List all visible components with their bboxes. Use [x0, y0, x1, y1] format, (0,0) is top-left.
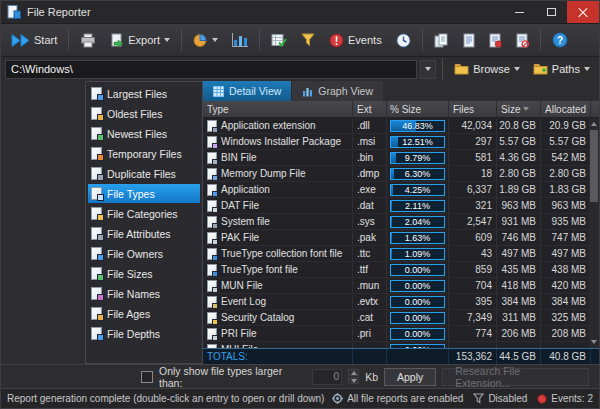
report-settings-button[interactable]: [265, 26, 293, 54]
totals-row: TOTALS: 153,362 44.5 GB 40.8 GB: [203, 348, 599, 364]
filter-funnel-icon: [301, 33, 315, 47]
sidebar-item-file-owners[interactable]: File Owners: [88, 244, 200, 263]
export-button[interactable]: Export: [104, 26, 176, 54]
research-file-extension-button[interactable]: Research File Extension...: [442, 368, 589, 386]
percent-bar: 0.00%: [390, 264, 445, 276]
cell-size: 497 MB: [497, 246, 541, 261]
stepper-down-button[interactable]: [348, 377, 359, 384]
sidebar-item-file-sizes[interactable]: File Sizes: [88, 264, 200, 283]
table-row[interactable]: Windows Installer Package .msi 12.51% 29…: [203, 134, 589, 150]
column-header-files[interactable]: Files: [449, 101, 497, 117]
sidebar-item-file-types[interactable]: File Types: [88, 184, 200, 203]
bar-chart-button[interactable]: [226, 26, 254, 54]
sidebar-item-icon: [91, 327, 102, 340]
alert-icon: [329, 33, 344, 48]
table-row[interactable]: PAK File .pak 1.63% 609 746 MB 747 MB: [203, 230, 589, 246]
stepper-up-button[interactable]: [348, 369, 359, 376]
file-type-icon: [207, 344, 217, 349]
cell-type-label: Application: [221, 184, 270, 195]
cell-size: 418 MB: [497, 278, 541, 293]
minimize-button[interactable]: [503, 1, 535, 23]
cell-pct: 46.83%: [387, 118, 449, 133]
chart-menu-button[interactable]: [187, 26, 224, 54]
sidebar-item-largest-files[interactable]: Largest Files: [88, 84, 200, 103]
table-row[interactable]: Event Log .evtx 0.00% 395 384 MB 384 MB: [203, 294, 589, 310]
column-header-size[interactable]: Size: [497, 101, 541, 117]
filter-size-input[interactable]: [312, 369, 342, 385]
copy-report-button[interactable]: [428, 26, 455, 54]
report-remove-button[interactable]: [510, 26, 535, 54]
browse-button[interactable]: Browse: [449, 59, 525, 79]
table-row[interactable]: TrueType font file .ttf 0.00% 859 435 MB…: [203, 262, 589, 278]
cell-pct: 2.11%: [387, 198, 449, 213]
table-row[interactable]: Security Catalog .cat 0.00% 7,349 311 MB…: [203, 310, 589, 326]
table-row[interactable]: PRI File .pri 0.00% 774 206 MB 208 MB: [203, 326, 589, 342]
table-row[interactable]: BIN File .bin 9.79% 581 4.36 GB 542 MB: [203, 150, 589, 166]
cell-type-label: System file: [221, 216, 270, 227]
start-button[interactable]: Start: [5, 26, 63, 54]
cell-files: 859: [449, 262, 497, 277]
path-dropdown-button[interactable]: [420, 60, 436, 79]
events-status-label: Events: 2: [551, 393, 593, 404]
tab-detail-view[interactable]: Detail View: [203, 81, 291, 101]
help-button[interactable]: ?: [546, 26, 574, 54]
paths-button[interactable]: Paths: [528, 59, 595, 79]
column-header-allocated[interactable]: Allocated: [541, 101, 591, 117]
table-row[interactable]: Memory Dump File .dmp 6.30% 18 2.80 GB 2…: [203, 166, 589, 182]
close-icon: [578, 7, 588, 17]
toolbar: Start Export: [1, 23, 599, 57]
events-button[interactable]: Events: [323, 26, 388, 54]
scroll-down-button[interactable]: [589, 337, 599, 347]
totals-files: 153,362: [449, 349, 497, 364]
sidebar-item-label: File Attributes: [107, 228, 171, 240]
file-type-icon: [207, 200, 217, 212]
sidebar-item-file-depths[interactable]: File Depths: [88, 324, 200, 343]
path-input[interactable]: [5, 60, 417, 79]
table-row[interactable]: TrueType collection font file .ttc 1.09%…: [203, 246, 589, 262]
sidebar-item-newest-files[interactable]: Newest Files: [88, 124, 200, 143]
close-button[interactable]: [567, 1, 599, 23]
table-row[interactable]: MUN File .mun 0.00% 704 418 MB 420 MB: [203, 278, 589, 294]
cell-size: 963 MB: [497, 198, 541, 213]
sidebar-item-icon: [91, 187, 102, 200]
report-check-icon: [271, 33, 287, 48]
tab-graph-view[interactable]: Graph View: [292, 81, 383, 101]
titlebar[interactable]: File Reporter: [1, 1, 599, 23]
maximize-button[interactable]: [535, 1, 567, 23]
column-header-type[interactable]: Type: [203, 101, 353, 117]
table-row[interactable]: DAT File .dat 2.11% 321 963 MB 963 MB: [203, 198, 589, 214]
report-alert-button[interactable]: [483, 26, 508, 54]
column-header-ext[interactable]: Ext: [353, 101, 387, 117]
print-button[interactable]: [74, 26, 102, 54]
start-icon: [11, 34, 30, 47]
percent-bar: 9.79%: [390, 152, 445, 164]
sidebar-item-temporary-files[interactable]: Temporary Files: [88, 144, 200, 163]
cell-allocated: 20.9 GB: [541, 118, 589, 133]
filter-button[interactable]: [295, 26, 321, 54]
schedule-button[interactable]: [390, 26, 417, 54]
percent-bar: 0.00%: [390, 280, 445, 292]
sidebar-item-file-names[interactable]: File Names: [88, 284, 200, 303]
sidebar-item-file-ages[interactable]: File Ages: [88, 304, 200, 323]
cell-ext: .ttf: [353, 262, 387, 277]
svg-text:?: ?: [557, 35, 563, 46]
export-icon: [110, 33, 124, 48]
cell-files: 297: [449, 134, 497, 149]
report-file-button[interactable]: [457, 26, 481, 54]
sidebar-item-label: File Names: [107, 288, 160, 300]
browse-button-label: Browse: [473, 63, 510, 75]
sidebar-item-oldest-files[interactable]: Oldest Files: [88, 104, 200, 123]
apply-button[interactable]: Apply: [384, 368, 436, 386]
table-row[interactable]: Application .exe 4.25% 6,337 1.89 GB 1.8…: [203, 182, 589, 198]
filter-checkbox[interactable]: [141, 371, 153, 383]
sidebar-item-duplicate-files[interactable]: Duplicate Files: [88, 164, 200, 183]
table-row[interactable]: Application extension .dll 46.83% 42,034…: [203, 118, 589, 134]
column-header-pct-size[interactable]: % Size: [387, 101, 449, 117]
table-row[interactable]: System file .sys 2.04% 2,547 931 MB 935 …: [203, 214, 589, 230]
pie-chart-icon: [193, 33, 208, 48]
scrollbar-thumb[interactable]: [590, 130, 598, 202]
sidebar-item-file-categories[interactable]: File Categories: [88, 204, 200, 223]
sidebar-item-file-attributes[interactable]: File Attributes: [88, 224, 200, 243]
vertical-scrollbar[interactable]: [589, 118, 599, 348]
scroll-up-button[interactable]: [589, 119, 599, 129]
